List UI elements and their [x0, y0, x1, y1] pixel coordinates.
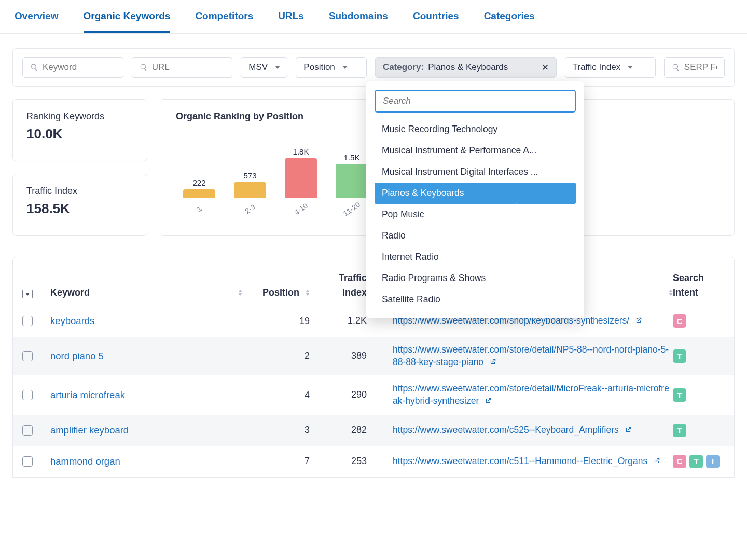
keyword-filter-input[interactable]: [22, 57, 123, 78]
intent-badges: C: [673, 314, 725, 328]
category-option[interactable]: Pop Music: [375, 204, 576, 225]
intent-badges: T: [673, 349, 725, 363]
position-filter-button[interactable]: Position: [296, 57, 367, 78]
ranking-url-link[interactable]: https://www.sweetwater.com/store/detail/…: [393, 383, 669, 406]
chart-bar-rect: [336, 164, 368, 198]
tab-organic-keywords[interactable]: Organic Keywords: [84, 0, 171, 33]
category-prefix: Category:: [383, 62, 424, 73]
chart-bar: 1.8K4-10: [283, 147, 319, 213]
sort-icon: [306, 290, 310, 296]
traffic-index-value: 253: [310, 456, 367, 467]
col-keyword[interactable]: Keyword: [50, 287, 242, 298]
keyword-link[interactable]: hammond organ: [50, 456, 120, 467]
chart-bar-rect: [234, 182, 266, 198]
keyword-filter-field[interactable]: [43, 62, 116, 73]
intent-badges: CTI: [673, 455, 725, 468]
category-option[interactable]: Radio Programs & Shows: [375, 268, 576, 289]
serp-filter-input[interactable]: [664, 57, 725, 78]
col-keyword-label: Keyword: [50, 287, 90, 298]
col-search-intent: Search Intent: [673, 273, 725, 298]
row-checkbox[interactable]: [22, 425, 33, 436]
tab-categories[interactable]: Categories: [484, 0, 535, 33]
traffic-index-value: 282: [310, 425, 367, 436]
chart-bar-value: 1.8K: [293, 147, 309, 156]
row-checkbox[interactable]: [22, 351, 33, 361]
keyword-link[interactable]: amplifier keyboard: [50, 425, 129, 436]
search-icon: [672, 63, 680, 72]
msv-label: MSV: [248, 62, 268, 73]
traffic-index-filter-button[interactable]: Traffic Index: [565, 57, 656, 78]
chart-bar: 2221: [181, 178, 217, 213]
chevron-down-icon: [25, 293, 30, 296]
category-option[interactable]: Radio: [375, 225, 576, 246]
col-position[interactable]: Position: [242, 287, 310, 298]
chart-bar-category: 2-3: [243, 203, 257, 216]
keyword-link[interactable]: keyboards: [50, 315, 94, 326]
traffic-index-value: 290: [310, 389, 367, 401]
tab-countries[interactable]: Countries: [413, 0, 459, 33]
category-option[interactable]: Music Recording Technology: [375, 119, 576, 140]
category-option[interactable]: Pianos & Keyboards: [375, 183, 576, 204]
intent-badge-i: I: [706, 455, 720, 468]
url-filter-field[interactable]: [152, 62, 225, 73]
table-row: amplifier keyboard3282https://www.sweetw…: [13, 415, 734, 446]
ranking-url-link[interactable]: https://www.sweetwater.com/c525--Keyboar…: [393, 425, 632, 435]
external-link-icon: [653, 457, 660, 465]
tab-urls[interactable]: URLs: [278, 0, 304, 33]
category-option[interactable]: Satellite Radio: [375, 289, 576, 310]
category-search-input[interactable]: [375, 90, 576, 113]
search-icon: [140, 63, 148, 72]
position-value: 19: [242, 316, 310, 327]
ranking-keywords-value: 10.0K: [26, 126, 133, 142]
intent-badge-t: T: [689, 455, 703, 468]
traffic-index-value: 389: [310, 351, 367, 362]
row-checkbox[interactable]: [22, 316, 33, 326]
chart-bar-value: 573: [243, 171, 256, 180]
chart-bar-value: 222: [192, 178, 205, 187]
expand-all-button[interactable]: [22, 290, 33, 298]
chevron-down-icon: [275, 66, 280, 69]
position-value: 2: [242, 351, 310, 361]
clear-category-icon[interactable]: ✕: [542, 62, 549, 73]
category-filter-button[interactable]: Category: Pianos & Keyboards ✕ Music Rec…: [375, 57, 557, 78]
chart-bar: 5732-3: [232, 171, 268, 213]
serp-filter-field[interactable]: [684, 62, 717, 73]
row-checkbox[interactable]: [22, 390, 33, 400]
traffic-index-card: Traffic Index 158.5K: [12, 174, 147, 236]
ranking-url-link[interactable]: https://www.sweetwater.com/c511--Hammond…: [393, 456, 660, 466]
category-value: Pianos & Keyboards: [428, 62, 508, 73]
category-search-field[interactable]: [383, 96, 568, 106]
category-option[interactable]: Musical Instrument Digital Interfaces ..…: [375, 161, 576, 183]
url-filter-input[interactable]: [132, 57, 233, 78]
category-option[interactable]: Internet Radio: [375, 246, 576, 268]
ranking-url-link[interactable]: https://www.sweetwater.com/store/detail/…: [393, 344, 669, 367]
intent-badge-t: T: [673, 424, 686, 437]
col-traffic-index[interactable]: Traffic Index: [310, 273, 367, 298]
intent-badges: T: [673, 388, 725, 402]
keyword-link[interactable]: nord piano 5: [50, 351, 104, 361]
traffic-index-label: Traffic Index: [573, 62, 621, 73]
category-option[interactable]: Musical Instrument & Performance A...: [375, 140, 576, 161]
traffic-index-value: 1.2K: [310, 315, 367, 327]
sort-icon: [669, 290, 673, 296]
external-link-icon: [635, 317, 642, 324]
chart-bar-rect: [183, 189, 215, 198]
sort-icon: [238, 290, 242, 296]
chart-bar: 1.5K11-20: [334, 153, 370, 213]
intent-badge-c: C: [673, 314, 686, 328]
tab-competitors[interactable]: Competitors: [195, 0, 253, 33]
external-link-icon: [489, 358, 496, 366]
intent-badges: T: [673, 424, 725, 437]
keyword-link[interactable]: arturia microfreak: [50, 389, 125, 400]
col-search-intent-a: Search: [673, 273, 704, 284]
row-checkbox[interactable]: [22, 456, 33, 467]
col-traffic-index-label-b: Index: [342, 287, 367, 299]
chart-bar-value: 1.5K: [344, 153, 360, 162]
msv-filter-button[interactable]: MSV: [241, 57, 287, 78]
table-row: hammond organ7253https://www.sweetwater.…: [13, 446, 734, 477]
chevron-down-icon: [342, 66, 348, 69]
chart-bar-rect: [285, 158, 317, 198]
tab-overview[interactable]: Overview: [15, 0, 59, 33]
category-dropdown: Music Recording TechnologyMusical Instru…: [366, 81, 584, 318]
tab-subdomains[interactable]: Subdomains: [329, 0, 388, 33]
